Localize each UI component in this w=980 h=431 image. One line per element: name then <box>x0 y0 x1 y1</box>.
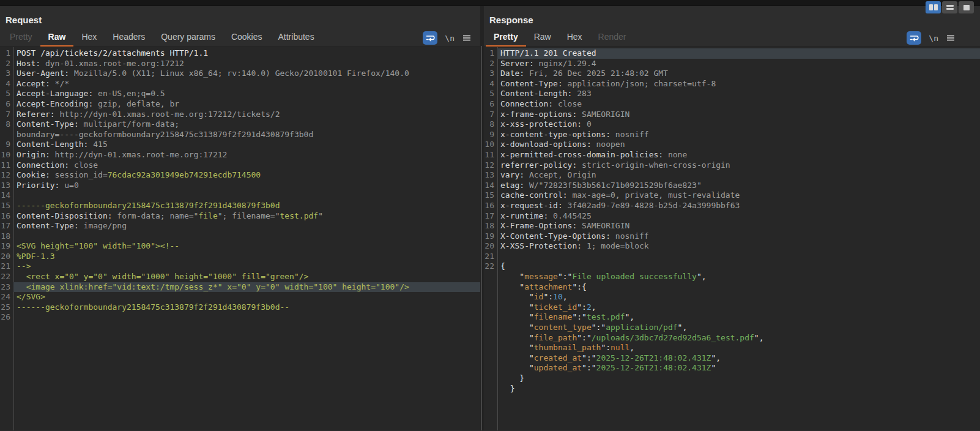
line-number <box>484 302 497 313</box>
code-line: "filename":"test.pdf", <box>484 312 980 323</box>
code-line: 15cache-control: max-age=0, private, mus… <box>484 190 980 201</box>
line-number: 18 <box>0 231 13 242</box>
code-line: 1HTTP/1.1 201 Created <box>484 48 980 59</box>
line-number: 6 <box>0 99 13 110</box>
window-top-strip <box>0 0 980 6</box>
tab-attributes[interactable]: Attributes <box>270 29 322 47</box>
code-line: "created_at":"2025-12-26T21:48:02.431Z", <box>484 353 980 364</box>
tab-headers[interactable]: Headers <box>105 29 153 47</box>
message-editor-layout-switcher <box>926 1 974 13</box>
response-panel-title: Response <box>484 6 980 29</box>
show-newlines-toggle[interactable]: \n <box>445 34 455 43</box>
code-line: 22{ <box>484 261 980 272</box>
line-number <box>484 282 497 293</box>
code-line: 16Content-Disposition: form-data; name="… <box>0 211 480 222</box>
line-number: 3 <box>484 69 497 79</box>
square-icon <box>963 5 970 10</box>
line-number: 24 <box>0 292 13 302</box>
request-tabbar: PrettyRawHexHeadersQuery paramsCookiesAt… <box>0 29 480 47</box>
code-line: 2Server: nginx/1.29.4 <box>484 59 980 69</box>
code-line: 20X-XSS-Protection: 1; mode=block <box>484 241 980 252</box>
line-number: 2 <box>0 59 13 69</box>
code-line: 12Cookie: session_id=76cdac92a301949eb74… <box>0 170 480 181</box>
line-number: 7 <box>0 110 13 120</box>
code-line: 3User-Agent: Mozilla/5.0 (X11; Linux x86… <box>0 69 480 79</box>
tab-render[interactable]: Render <box>590 29 634 47</box>
code-line: 10x-download-options: noopen <box>484 140 980 150</box>
soft-wrap-toggle-button[interactable] <box>907 31 921 45</box>
code-line: 13Priority: u=0 <box>0 181 480 191</box>
line-number: 21 <box>0 261 13 272</box>
line-number: 20 <box>0 252 13 262</box>
code-line: 6Connection: close <box>484 99 980 110</box>
code-line: 11Connection: close <box>0 160 480 171</box>
response-editor[interactable]: 1HTTP/1.1 201 Created2Server: nginx/1.29… <box>484 47 980 430</box>
line-number: 13 <box>0 181 13 191</box>
code-line: 5Content-Length: 283 <box>484 89 980 99</box>
code-line: 12referrer-policy: strict-origin-when-cr… <box>484 160 980 171</box>
line-number <box>484 343 497 353</box>
columns-icon <box>929 4 938 10</box>
line-number: 22 <box>484 261 497 272</box>
code-line: 21--> <box>0 261 480 272</box>
tab-raw[interactable]: Raw <box>40 29 74 47</box>
line-number: 19 <box>0 241 13 252</box>
line-number: 15 <box>0 201 13 211</box>
hamburger-menu-icon <box>946 34 956 42</box>
editor-menu-button[interactable] <box>462 34 472 42</box>
code-line: 20%PDF-1.3 <box>0 252 480 262</box>
line-number: 12 <box>0 170 13 181</box>
tab-raw[interactable]: Raw <box>526 29 559 47</box>
line-number: 15 <box>484 190 497 201</box>
soft-wrap-icon <box>425 33 435 43</box>
line-number: 18 <box>484 221 497 231</box>
tab-pretty[interactable]: Pretty <box>2 29 40 47</box>
code-line: 7x-frame-options: SAMEORIGIN <box>484 110 980 120</box>
code-line: 13vary: Accept, Origin <box>484 170 980 181</box>
line-number: 17 <box>484 211 497 222</box>
hamburger-menu-icon <box>462 34 472 42</box>
line-number: 5 <box>484 89 497 99</box>
code-line: boundary=----geckoformboundary2158475c31… <box>0 130 480 140</box>
code-line: "attachment":{ <box>484 282 980 293</box>
code-line: 7Referer: http://dyn-01.xmas.root-me.org… <box>0 110 480 120</box>
split-columns-layout-button[interactable] <box>926 1 941 13</box>
line-number: 9 <box>484 130 497 140</box>
line-number: 23 <box>0 282 13 293</box>
line-number: 3 <box>0 69 13 79</box>
tab-pretty[interactable]: Pretty <box>486 29 526 47</box>
line-number <box>0 130 13 140</box>
rows-icon <box>946 5 954 10</box>
line-number: 21 <box>484 252 497 262</box>
code-line: 14 <box>0 190 480 201</box>
code-line: 23 <image xlink:href="vid:text:/tmp/sess… <box>0 282 480 293</box>
code-line: 24</SVG> <box>0 292 480 302</box>
response-panel: Response PrettyRawHexRender \n <box>484 6 980 430</box>
request-editor[interactable]: 1POST /api/tickets/2/attachments HTTP/1.… <box>0 47 480 430</box>
code-line: 21 <box>484 252 980 262</box>
code-line: 19<SVG height="100" width="100"><!-- <box>0 241 480 252</box>
tab-cookies[interactable]: Cookies <box>223 29 270 47</box>
tab-hex[interactable]: Hex <box>73 29 105 47</box>
code-line: 18 <box>0 231 480 242</box>
line-number: 14 <box>0 190 13 201</box>
line-number: 4 <box>0 79 13 89</box>
soft-wrap-icon <box>909 33 919 43</box>
line-number: 12 <box>484 160 497 171</box>
stacked-rows-layout-button[interactable] <box>942 1 957 13</box>
tab-query-params[interactable]: Query params <box>153 29 223 47</box>
single-panel-layout-button[interactable] <box>959 1 974 13</box>
line-number: 11 <box>0 160 13 171</box>
line-number: 10 <box>0 150 13 160</box>
code-line: 6Accept-Encoding: gzip, deflate, br <box>0 99 480 110</box>
soft-wrap-toggle-button[interactable] <box>423 31 437 45</box>
line-number: 1 <box>0 48 13 59</box>
editor-menu-button[interactable] <box>946 34 956 42</box>
response-tabbar: PrettyRawHexRender \n <box>484 29 980 47</box>
tab-hex[interactable]: Hex <box>559 29 590 47</box>
code-line: 2Host: dyn-01.xmas.root-me.org:17212 <box>0 59 480 69</box>
code-line: 4Accept: */* <box>0 79 480 89</box>
show-newlines-toggle[interactable]: \n <box>929 34 938 43</box>
line-number: 25 <box>0 302 13 313</box>
code-line: 9Content-Length: 415 <box>0 140 480 150</box>
